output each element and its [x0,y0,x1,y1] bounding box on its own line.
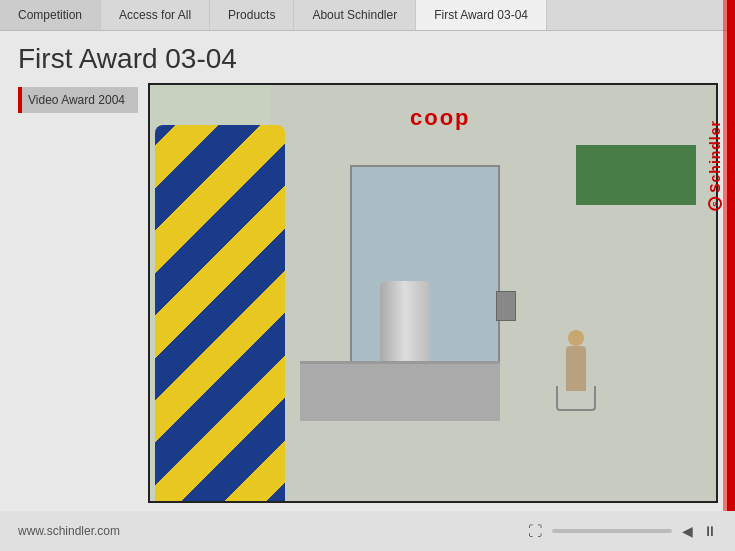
main-content: Video Award 2004 ··· ▷ ⌂ ⏻ coop [0,83,735,503]
person-body [566,346,586,391]
video-wrapper: ··· ▷ ⌂ ⏻ coop [148,83,718,503]
person-figure [556,331,596,411]
schindler-logo-circle: S [708,197,722,211]
schindler-logo: S Schindler [707,120,723,211]
sidebar-item-label: Video Award 2004 [28,93,125,107]
website-url: www.schindler.com [18,524,120,538]
nav-item-products[interactable]: Products [210,0,294,30]
coop-sign: coop [410,105,471,131]
nav-item-first-award[interactable]: First Award 03-04 [416,0,547,30]
nav-item-access-for-all[interactable]: Access for All [101,0,210,30]
video-frame[interactable]: coop [148,83,718,503]
video-scene: coop [150,85,716,501]
pause-button[interactable]: ⏸ [703,523,717,539]
fullscreen-button[interactable]: ⛶ [528,523,542,539]
bottom-bar: www.schindler.com ⛶ ◀ ⏸ [0,511,735,551]
sidebar-item-video-award-2004[interactable]: Video Award 2004 [18,87,138,113]
red-accent-inner [723,0,727,551]
nav-item-competition[interactable]: Competition [0,0,101,30]
video-bottom-controls: ⛶ ◀ ⏸ [528,523,717,539]
sidebar-active-indicator [18,87,22,113]
rewind-button[interactable]: ◀ [682,523,693,539]
nav-item-about-schindler[interactable]: About Schindler [294,0,416,30]
yellow-blue-bollard [155,125,285,503]
walking-frame [556,386,596,411]
red-accent-bar [727,0,735,551]
page-title: First Award 03-04 [0,31,735,83]
wall-panel [496,291,516,321]
navigation: Competition Access for All Products Abou… [0,0,735,31]
person-head [568,330,584,346]
video-progress-bar[interactable] [552,529,672,533]
sidebar: Video Award 2004 [18,83,138,503]
green-awning [576,145,696,205]
schindler-brand-name: Schindler [707,120,723,193]
entrance-steps [300,361,500,421]
